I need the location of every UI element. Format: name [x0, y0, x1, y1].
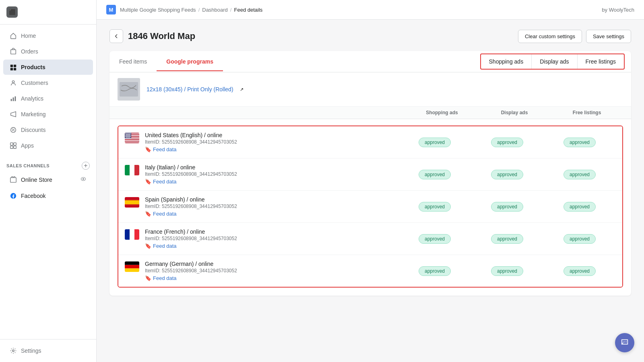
- bookmark-icon-de: 🔖: [145, 275, 151, 281]
- external-link-icon: ↗: [240, 87, 244, 92]
- locale-name-it: Italy (Italian) / online: [145, 164, 237, 171]
- locale-id-de: ItemID: 5255192608908_34412945703052: [145, 268, 237, 274]
- back-button[interactable]: [109, 29, 123, 43]
- clear-settings-button[interactable]: Clear custom settings: [518, 30, 582, 43]
- display-status-es: approved: [471, 202, 543, 212]
- locale-text-de: Germany (German) / online ItemID: 525519…: [145, 261, 237, 281]
- sidebar-item-customers[interactable]: Customers: [3, 75, 93, 90]
- facebook-icon: [10, 192, 17, 200]
- svg-rect-27: [125, 142, 139, 142]
- locale-id-fr: ItemID: 5255192608908_34412945703052: [145, 236, 237, 241]
- svg-rect-14: [10, 177, 16, 182]
- sidebar-item-settings[interactable]: Settings: [3, 343, 93, 358]
- chat-button[interactable]: [615, 333, 634, 352]
- tab-free-listings-label: Free listings: [586, 58, 616, 65]
- discounts-icon: [10, 126, 17, 134]
- svg-point-41: [129, 135, 130, 136]
- sidebar-nav: Home Orders Products Customers Analytics: [0, 25, 96, 157]
- by-woolytech: by WoolyTech: [602, 7, 634, 13]
- locale-text-es: Spain (Spanish) / online ItemID: 5255192…: [145, 196, 237, 217]
- locale-id-it: ItemID: 5255192608908_34412945703052: [145, 171, 237, 177]
- feed-data-link-fr[interactable]: 🔖 Feed data: [145, 243, 237, 249]
- tab-google-programs[interactable]: Google programs: [157, 53, 223, 71]
- orders-icon: [10, 48, 17, 55]
- tab-free-listings[interactable]: Free listings: [578, 54, 624, 69]
- svg-point-33: [130, 133, 131, 134]
- svg-rect-68: [125, 268, 139, 272]
- save-settings-button[interactable]: Save settings: [586, 30, 631, 43]
- sidebar-item-products[interactable]: Products: [3, 60, 93, 75]
- breadcrumb-shopping-feeds[interactable]: Multiple Google Shopping Feeds: [120, 7, 196, 13]
- breadcrumb-sep-2: /: [230, 7, 232, 13]
- svg-rect-1: [10, 65, 13, 67]
- svg-point-39: [126, 135, 127, 136]
- locale-info-fr: France (French) / online ItemID: 5255192…: [125, 228, 398, 249]
- breadcrumb: M Multiple Google Shopping Feeds / Dashb…: [106, 5, 262, 14]
- feed-actions: Clear custom settings Save settings: [518, 30, 631, 43]
- sidebar-item-orders[interactable]: Orders: [3, 44, 93, 59]
- tab-google-programs-label: Google programs: [166, 58, 213, 65]
- free-status-de: approved: [543, 266, 616, 276]
- facebook-label: Facebook: [21, 193, 45, 199]
- app-logo-icon: ⬛: [6, 6, 18, 18]
- sales-channels-label: SALES CHANNELS: [6, 163, 50, 168]
- settings-section: Settings: [0, 339, 96, 362]
- flag-it: [125, 165, 139, 175]
- sidebar-item-facebook[interactable]: Facebook: [3, 188, 93, 204]
- svg-rect-63: [125, 229, 130, 240]
- svg-point-30: [126, 133, 127, 134]
- locale-name-fr: France (French) / online: [145, 228, 237, 235]
- bookmark-icon-it: 🔖: [145, 179, 151, 185]
- breadcrumb-dashboard[interactable]: Dashboard: [202, 7, 228, 13]
- sidebar-item-apps[interactable]: Apps: [3, 138, 93, 153]
- locale-info-it: Italy (Italian) / online ItemID: 5255192…: [125, 164, 398, 185]
- feed-data-link-es[interactable]: 🔖 Feed data: [145, 211, 237, 217]
- svg-point-31: [128, 133, 128, 134]
- col-display-ads-header: Display ads: [478, 110, 551, 115]
- sidebar-logo: ⬛: [0, 0, 96, 25]
- tab-feed-items[interactable]: Feed items: [109, 53, 157, 71]
- feed-header: 1846 World Map Clear custom settings Sav…: [109, 29, 631, 43]
- sidebar-item-home[interactable]: Home: [3, 28, 93, 43]
- free-status-es: approved: [543, 202, 616, 212]
- svg-point-52: [126, 137, 127, 138]
- tab-display-ads-label: Display ads: [540, 58, 569, 65]
- product-thumbnail: [118, 78, 140, 101]
- online-store-icon: [10, 176, 17, 183]
- locale-info-de: Germany (German) / online ItemID: 525519…: [125, 261, 398, 281]
- home-icon: [10, 32, 17, 39]
- feed-data-link-us[interactable]: 🔖 Feed data: [145, 146, 237, 152]
- tab-display-ads[interactable]: Display ads: [532, 54, 577, 69]
- svg-point-42: [130, 135, 131, 136]
- svg-point-46: [130, 136, 130, 136]
- svg-point-16: [83, 178, 84, 180]
- locale-name-es: Spain (Spanish) / online: [145, 196, 237, 203]
- apps-icon: [10, 142, 17, 149]
- free-status-us: approved: [543, 138, 616, 147]
- locales-container: United States (English) / online ItemID:…: [118, 125, 623, 288]
- table-row: Germany (German) / online ItemID: 525519…: [118, 255, 622, 287]
- product-link[interactable]: 12x18 (30x45) / Print Only (Rolled): [147, 86, 233, 93]
- table-row: Italy (Italian) / online ItemID: 5255192…: [118, 158, 622, 191]
- feed-data-link-de[interactable]: 🔖 Feed data: [145, 275, 237, 281]
- settings-label: Settings: [21, 348, 41, 354]
- flag-fr: [125, 229, 139, 240]
- display-status-us: approved: [471, 138, 543, 147]
- add-sales-channel-button[interactable]: +: [82, 162, 90, 170]
- feed-data-link-it[interactable]: 🔖 Feed data: [145, 179, 237, 185]
- flag-de: [125, 261, 139, 272]
- sidebar-item-discounts[interactable]: Discounts: [3, 122, 93, 138]
- sidebar-item-online-store[interactable]: Online Store: [3, 172, 93, 187]
- svg-point-34: [126, 134, 127, 135]
- svg-point-38: [125, 135, 126, 136]
- shopping-status-us: approved: [398, 138, 471, 147]
- shopping-status-es: approved: [398, 202, 471, 212]
- tab-shopping-ads[interactable]: Shopping ads: [481, 54, 532, 69]
- sidebar-item-products-label: Products: [21, 64, 45, 70]
- sidebar-item-analytics[interactable]: Analytics: [3, 91, 93, 106]
- svg-point-55: [130, 137, 130, 138]
- eye-icon[interactable]: [80, 176, 87, 183]
- sidebar-item-marketing[interactable]: Marketing: [3, 107, 93, 122]
- tabs-container: Feed items Google programs Shopping ads …: [109, 51, 631, 296]
- svg-point-54: [128, 137, 129, 138]
